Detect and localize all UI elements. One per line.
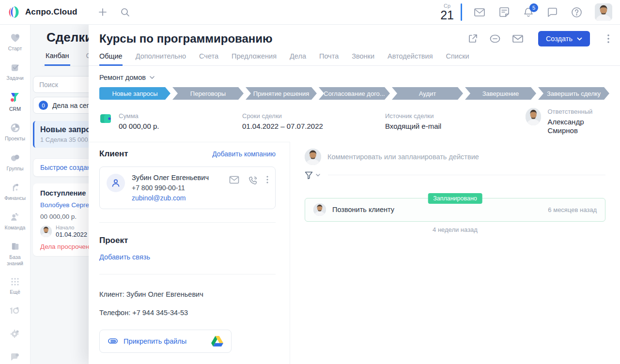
deal-amount: 00 000,00 р. — [119, 122, 159, 131]
tasks-icon — [10, 62, 21, 73]
deal-dates: 01.04.2022 – 07.07.2022 — [242, 122, 323, 131]
tab-kanban[interactable]: Канбан — [45, 52, 70, 66]
client-section-heading: Клиент — [99, 149, 128, 159]
tab-proposals[interactable]: Предложения — [232, 52, 277, 65]
search-icon[interactable] — [120, 7, 130, 17]
planned-status-badge: Запланировано — [428, 193, 482, 204]
chevron-down-icon[interactable] — [316, 174, 320, 177]
sidebar: Старт Задачи CRM Проекты Группы Финансы … — [0, 25, 31, 364]
project-section-heading: Проект — [99, 236, 276, 245]
settings-gear-icon[interactable] — [10, 329, 20, 339]
bell-icon[interactable]: 5 — [523, 7, 534, 17]
add-relation-link[interactable]: Добавить связь — [99, 253, 276, 261]
client-kebab-icon[interactable] — [266, 176, 268, 183]
finance-icon — [10, 182, 21, 193]
create-button[interactable]: Создать — [538, 31, 590, 46]
activity-time: 6 месяцев назад — [548, 206, 597, 213]
sidebar-item-crm[interactable]: CRM — [0, 91, 30, 112]
client-card[interactable]: Зубин Олег Евгеньевич +7 800 990-00-11 z… — [99, 167, 276, 209]
activity-avatar — [313, 203, 326, 216]
tab-additional[interactable]: Дополнительно — [136, 52, 186, 65]
tab-lists[interactable]: Списки — [446, 52, 469, 65]
tab-invoices[interactable]: Счета — [199, 52, 218, 65]
deal-detail-panel: Курсы по программированию Создать — [89, 25, 620, 364]
add-icon[interactable] — [98, 7, 108, 17]
tab-autoactions[interactable]: Автодействия — [388, 52, 433, 65]
team-icon — [10, 212, 21, 222]
sidebar-item-more[interactable]: Ещё — [0, 277, 30, 295]
stage-new-requests[interactable]: Новые запросы — [99, 87, 170, 100]
topbar: Аспро.Cloud Ср 21 5 — [0, 0, 620, 25]
comment-composer[interactable]: Комментировать или запланировать действи… — [305, 149, 605, 165]
user-avatar[interactable] — [595, 3, 612, 21]
sidebar-item-projects[interactable]: Проекты — [0, 122, 30, 142]
deal-card-avatar — [40, 226, 52, 237]
stage-contract-approval[interactable]: Согласование дого... — [319, 87, 390, 100]
responsible-avatar[interactable] — [526, 108, 541, 125]
send-email-icon[interactable] — [512, 34, 524, 44]
chevron-down-icon — [150, 76, 155, 79]
divider — [328, 175, 605, 175]
app-logo[interactable]: Аспро.Cloud — [8, 6, 78, 18]
activity-column: Комментировать или запланировать действи… — [290, 142, 620, 364]
activity-title: Позвонить клиенту — [332, 206, 542, 213]
filter-funnel-icon[interactable] — [305, 171, 313, 179]
groups-icon — [10, 152, 21, 163]
more-grid-icon — [10, 277, 20, 287]
chevron-down-icon — [577, 37, 582, 41]
support-chat-icon[interactable] — [10, 352, 20, 362]
stage-close-deal[interactable]: Завершить сделку — [538, 87, 609, 100]
deal-source: Входящий e-mail — [385, 122, 441, 131]
date-weekday: Ср — [440, 3, 454, 9]
stage-negotiations[interactable]: Переговоры — [172, 87, 244, 100]
notes-icon[interactable] — [498, 7, 510, 17]
sidebar-item-start[interactable]: Старт — [0, 32, 30, 52]
copy-link-icon[interactable] — [489, 34, 501, 44]
date-day: 21 — [440, 9, 454, 21]
brand-name: Аспро.Cloud — [25, 7, 78, 17]
help-icon[interactable] — [571, 7, 582, 18]
notification-badge: 5 — [529, 3, 538, 12]
client-email-link[interactable]: zubinol@zub.com — [132, 194, 222, 202]
custom-field-phone: Телефон: +7 944 345-34-53 — [99, 309, 276, 317]
brand-icon — [8, 6, 21, 18]
date-accent-bar — [461, 3, 462, 21]
mail-icon[interactable] — [474, 7, 485, 17]
stage-decision[interactable]: Принятие решения — [246, 87, 317, 100]
client-name: Зубин Олег Евгеньевич — [132, 174, 222, 182]
paperclip-icon — [108, 338, 118, 344]
sidebar-item-tasks[interactable]: Задачи — [0, 62, 30, 81]
kebab-menu-icon[interactable] — [607, 34, 609, 43]
add-company-link[interactable]: Добавить компанию — [212, 150, 276, 158]
sidebar-item-team[interactable]: Команда — [0, 212, 30, 231]
planned-activity-card[interactable]: Запланировано Позвонить клиенту 6 месяце… — [305, 198, 605, 222]
start-icon — [10, 32, 21, 43]
stage-audit[interactable]: Аудит — [392, 87, 463, 100]
call-client-icon[interactable] — [248, 176, 258, 185]
person-icon — [111, 178, 121, 188]
sidebar-item-knowledge-base[interactable]: База знаний — [0, 241, 30, 267]
tab-general[interactable]: Общие — [99, 52, 123, 65]
attach-files-button[interactable]: Прикрепить файлы — [99, 330, 232, 353]
tab-calls[interactable]: Звонки — [352, 52, 374, 65]
open-fullscreen-icon[interactable] — [467, 33, 478, 44]
composer-placeholder: Комментировать или запланировать действи… — [327, 153, 479, 161]
composer-avatar — [305, 149, 321, 165]
stage-completion[interactable]: Завершение — [465, 87, 536, 100]
client-phone: +7 800 990-00-11 — [132, 184, 222, 192]
sidebar-item-groups[interactable]: Группы — [0, 152, 30, 172]
pipeline-select[interactable]: Ремонт домов — [99, 74, 155, 81]
pipeline-stages: Новые запросы Переговоры Принятие решени… — [99, 87, 609, 100]
tab-activities[interactable]: Дела — [290, 52, 306, 65]
sidebar-item-finance[interactable]: Финансы — [0, 182, 30, 201]
divider — [99, 274, 276, 274]
email-client-icon[interactable] — [229, 176, 239, 184]
google-drive-icon[interactable] — [211, 336, 223, 347]
responsible-name: Александр Смирнов — [547, 118, 609, 135]
calendar-date[interactable]: Ср 21 — [440, 3, 454, 21]
deal-tabs: Общие Дополнительно Счета Предложения Де… — [89, 46, 620, 66]
onec-integration-icon[interactable] — [10, 305, 20, 315]
client-avatar — [107, 174, 125, 192]
tab-mail[interactable]: Почта — [319, 52, 339, 65]
chat-icon[interactable] — [547, 7, 558, 17]
